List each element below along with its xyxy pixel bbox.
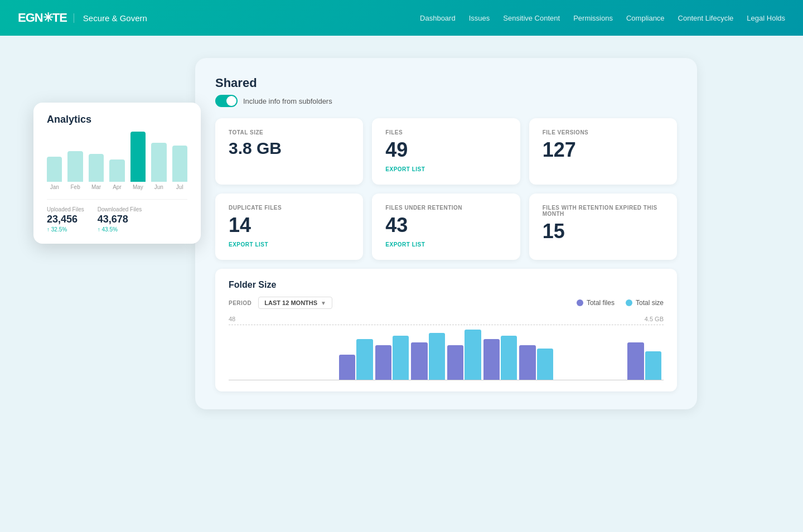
nav-links: Dashboard Issues Sensitive Content Permi… (420, 14, 785, 22)
bar-jun (151, 143, 166, 182)
chart-bar-pair-7 (483, 336, 517, 380)
chevron-down-icon: ▼ (321, 300, 326, 306)
chart-bar-10 (411, 342, 427, 380)
chart-bar-13 (465, 330, 481, 380)
stat-card-3: DUPLICATE FILES14EXPORT LIST (215, 194, 363, 260)
analytics-title: Analytics (47, 114, 187, 125)
tagline: Secure & Govern (74, 13, 147, 23)
chart-bar-22 (627, 342, 644, 380)
stat-value-3: 14 (229, 215, 350, 235)
chart-bar-17 (537, 349, 553, 380)
dotted-line (229, 325, 664, 325)
folder-size-section: Folder Size PERIOD LAST 12 MONTHS ▼ Tota… (215, 269, 677, 391)
legend-dot-0 (577, 299, 583, 306)
chart-bar-9 (393, 336, 409, 380)
chart-y-left: 48 (229, 316, 235, 322)
export-link-4[interactable]: EXPORT LIST (385, 241, 425, 248)
bar-group-feb: Feb (67, 151, 83, 190)
chart-bar-pair-8 (519, 345, 553, 380)
brand-area: EGN✳TE Secure & Govern (18, 11, 147, 25)
stat-card-1: FILES49EXPORT LIST (372, 118, 520, 185)
chart-bar-pair-11 (627, 342, 661, 380)
chart-bars (229, 325, 664, 380)
panel-header: Shared Include info from subfolders (215, 76, 677, 107)
stat-label-4: FILES UNDER RETENTION (385, 205, 506, 211)
uploaded-value: 23,456 (47, 214, 84, 225)
chart-bar-pair-5 (411, 333, 445, 380)
nav-compliance[interactable]: Compliance (626, 14, 665, 22)
bar-jul (172, 146, 187, 182)
bar-label-feb: Feb (71, 184, 80, 190)
legend-label-0: Total files (587, 299, 615, 307)
stat-label-3: DUPLICATE FILES (229, 205, 350, 211)
chart-y-right: 4.5 GB (645, 316, 664, 322)
stats-grid: TOTAL SIZE3.8 GBFILES49EXPORT LISTFILE V… (215, 118, 677, 260)
bar-group-jul: Jul (172, 146, 187, 190)
uploaded-change: ↑ 32.5% (47, 226, 84, 233)
legend: Total filesTotal size (577, 299, 664, 307)
chart-bar-23 (645, 351, 661, 380)
chart-bar-8 (375, 345, 391, 380)
subfolder-toggle[interactable] (215, 95, 238, 107)
stat-card-0: TOTAL SIZE3.8 GB (215, 118, 363, 185)
chart-bar-11 (429, 333, 445, 380)
export-link-3[interactable]: EXPORT LIST (229, 241, 268, 248)
panel-title: Shared (215, 76, 677, 90)
chart-bar-6 (339, 355, 355, 380)
folder-size-title: Folder Size (229, 280, 664, 290)
bar-jan (47, 157, 62, 182)
toggle-row: Include info from subfolders (215, 95, 677, 107)
chart-bar-pair-3 (339, 339, 373, 380)
nav-sensitive-content[interactable]: Sensitive Content (503, 14, 560, 22)
bar-label-jun: Jun (154, 184, 163, 190)
bar-label-jan: Jan (50, 184, 59, 190)
stat-card-4: FILES UNDER RETENTION43EXPORT LIST (372, 194, 520, 260)
bar-feb (67, 151, 83, 182)
downloaded-value: 43,678 (98, 214, 142, 225)
dashboard-panel: Shared Include info from subfolders TOTA… (195, 58, 697, 409)
stat-label-5: FILES WITH RETENTION EXPIRED THIS MONTH (543, 205, 664, 217)
analytics-stats: Uploaded Files 23,456 ↑ 32.5% Downloaded… (47, 199, 187, 233)
stat-value-2: 127 (543, 140, 664, 160)
toggle-label: Include info from subfolders (243, 97, 332, 105)
legend-item-1: Total size (626, 299, 664, 307)
period-value: LAST 12 MONTHS (264, 299, 317, 306)
chart-bar-pair-6 (447, 330, 481, 380)
nav-legal-holds[interactable]: Legal Holds (747, 14, 785, 22)
nav-permissions[interactable]: Permissions (573, 14, 613, 22)
bar-apr (109, 159, 124, 182)
bar-group-mar: Mar (89, 154, 104, 190)
uploaded-stat: Uploaded Files 23,456 ↑ 32.5% (47, 206, 84, 233)
legend-dot-1 (626, 299, 632, 306)
nav-content-lifecycle[interactable]: Content Lifecycle (678, 14, 734, 22)
stat-label-1: FILES (385, 129, 506, 136)
downloaded-stat: Downloaded Files 43,678 ↑ 43.5% (98, 206, 142, 233)
chart-area: 48 4.5 GB (229, 316, 664, 380)
uploaded-label: Uploaded Files (47, 206, 84, 212)
bar-label-mar: Mar (91, 184, 101, 190)
chart-bar-7 (356, 339, 373, 380)
analytics-card: Analytics JanFebMarAprMayJunJul Uploaded… (33, 103, 201, 244)
nav-issues[interactable]: Issues (469, 14, 490, 22)
chart-bar-pair-4 (375, 336, 409, 380)
export-link-1[interactable]: EXPORT LIST (385, 166, 425, 172)
nav-dashboard[interactable]: Dashboard (420, 14, 456, 22)
bar-group-apr: Apr (109, 159, 124, 190)
bar-group-jun: Jun (151, 143, 166, 190)
chart-bar-15 (501, 336, 517, 380)
bar-chart: JanFebMarAprMayJunJul (47, 134, 187, 190)
bar-group-may: May (130, 132, 146, 190)
main-content: Analytics JanFebMarAprMayJunJul Uploaded… (0, 36, 803, 532)
stat-value-0: 3.8 GB (229, 140, 350, 157)
logo: EGN✳TE (18, 11, 67, 25)
period-select[interactable]: LAST 12 MONTHS ▼ (258, 297, 332, 309)
stat-value-1: 49 (385, 140, 506, 160)
period-label: PERIOD (229, 300, 251, 306)
bar-label-jul: Jul (176, 184, 183, 190)
chart-bar-16 (519, 345, 535, 380)
legend-item-0: Total files (577, 299, 615, 307)
bar-label-apr: Apr (113, 184, 122, 190)
period-row: PERIOD LAST 12 MONTHS ▼ Total filesTotal… (229, 297, 664, 309)
bar-mar (89, 154, 104, 182)
chart-axes: 48 4.5 GB (229, 316, 664, 322)
